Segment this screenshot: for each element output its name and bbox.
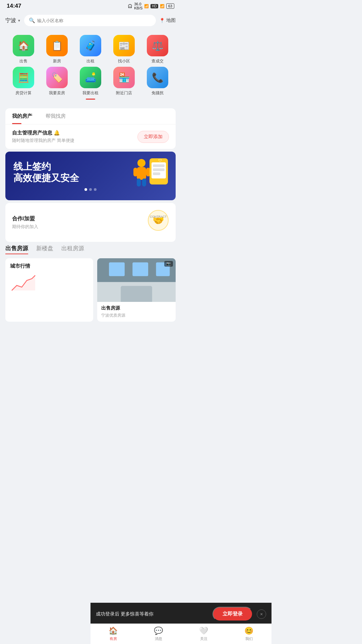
rentout-label: 我要出租 [82,90,99,96]
transaction-label: 查成交 [152,58,164,64]
status-bar: 14:47 🎧 36.0KB/S 📶 HD 📶 63 [0,0,181,12]
hd-badge: HD [150,4,158,8]
house-card-subtitle: 宁波优质房源 [101,313,172,318]
map-label: 地图 [166,17,176,23]
banner-dot-1 [84,188,87,191]
tab-my-property[interactable]: 我的房产 [5,108,39,124]
sale-icon-box: 🏠 [13,35,34,56]
chevron-down-icon: ▼ [17,19,21,22]
market-title: 城市行情 [10,263,88,269]
battery-icon: 63 [166,3,174,9]
icon-row-2: 🧮 房贷计算 🏷️ 我要卖房 🛋️ 我要出租 🏪 附近门店 📞 免骚扰 [7,67,174,96]
icon-item-sale[interactable]: 🏠 出售 [9,35,38,64]
icon-item-transaction[interactable]: ⚖️ 查成交 [143,35,172,64]
house-card-1[interactable]: 📷 出售房源 宁波优质房源 [97,258,176,322]
rent-label: 出租 [86,58,95,64]
banner-dot-2 [89,188,92,191]
coop-subtitle: 期待你的加入 [12,224,38,230]
loan-label: 房贷计算 [15,90,32,96]
market-price [10,272,88,295]
svg-rect-8 [153,164,165,167]
icon-item-rent[interactable]: 🧳 出租 [76,35,105,64]
coop-info: 合作/加盟 期待你的加入 [12,215,38,230]
svg-rect-4 [137,178,141,186]
svg-rect-5 [142,178,146,186]
svg-text:🛡: 🛡 [159,159,162,162]
wifi-icon: 📶 [144,4,149,8]
header: 宁波 ▼ 🔍 📍 地图 [0,12,181,29]
active-dot [86,99,95,100]
add-property-button[interactable]: 立即添加 [137,131,169,143]
nearby-icon-box: 🏪 [113,67,135,88]
page-indicator [7,99,174,100]
nearby-label: 附近门店 [116,90,132,96]
market-card[interactable]: 城市行情 [5,258,93,322]
icon-item-sellhouse[interactable]: 🏷️ 我要卖房 [42,67,72,96]
vr-label: 免骚扰 [152,90,164,96]
icon-item-newhouse[interactable]: 📋 新房 [42,35,72,64]
house-card-content: 出售房源 宁波优质房源 [97,302,176,322]
search-bar[interactable]: 🔍 [24,15,156,26]
sellhouse-label: 我要卖房 [49,90,65,96]
property-info: 自主管理房产信息 🔔 随时随地管理我的房产 简单便捷 [12,130,74,144]
tab-new-buildings[interactable]: 新楼盘 [36,245,53,254]
icon-item-rentout[interactable]: 🛋️ 我要出租 [76,67,105,96]
property-subtitle: 随时随地管理我的房产 简单便捷 [12,138,74,144]
headphone-icon: 🎧 [128,4,132,8]
sellhouse-icon-box: 🏷️ [46,67,68,88]
property-tabs: 我的房产 帮我找房 [5,108,176,124]
loan-icon-box: 🧮 [13,67,34,88]
search-icon: 🔍 [29,17,35,23]
status-icons: 🎧 36.0KB/S 📶 HD 📶 63 [128,2,174,10]
svg-rect-22 [121,286,152,302]
status-time: 14:47 [7,3,21,9]
community-icon-box: 📰 [113,35,135,56]
icon-item-community[interactable]: 📰 找小区 [109,35,139,64]
banner-card[interactable]: 线上签约 高效便捷又安全 🛡 [5,152,176,200]
svg-rect-19 [132,263,148,276]
svg-rect-9 [153,168,165,171]
icon-item-nearby[interactable]: 🏪 附近门店 [109,67,139,96]
house-cards: 城市行情 [5,258,176,322]
svg-rect-18 [109,263,125,276]
icon-item-loan[interactable]: 🧮 房贷计算 [9,67,38,96]
svg-rect-10 [153,172,160,175]
city-name: 宁波 [5,17,16,24]
city-selector[interactable]: 宁波 ▼ [5,17,21,24]
house-tabs: 出售房源 新楼盘 出租房源 [5,245,176,254]
tab-sale-houses[interactable]: 出售房源 [5,245,28,254]
cooperation-card[interactable]: 合作/加盟 期待你的加入 🤝 CONTRACT [5,203,176,242]
rentout-icon-box: 🛋️ [80,67,101,88]
property-title: 自主管理房产信息 🔔 [12,130,74,136]
property-card: 我的房产 帮我找房 自主管理房产信息 🔔 随时随地管理我的房产 简单便捷 立即添… [5,108,176,149]
map-button[interactable]: 📍 地图 [159,17,176,23]
rent-icon-box: 🧳 [80,35,101,56]
vr-icon-box: 📞 [147,67,168,88]
svg-rect-1 [137,167,146,180]
main-content: 🏠 出售 📋 新房 🧳 出租 📰 找小区 ⚖️ 查成交 🧮 [0,29,181,355]
community-label: 找小区 [118,58,130,64]
icon-grid: 🏠 出售 📋 新房 🧳 出租 📰 找小区 ⚖️ 查成交 🧮 [0,32,181,106]
house-tabs-section: 出售房源 新楼盘 出租房源 城市行情 [5,245,176,322]
svg-point-0 [137,159,145,167]
newhouse-label: 新房 [53,58,61,64]
icon-item-vr[interactable]: 📞 免骚扰 [143,67,172,96]
coop-icon: 🤝 CONTRACT [147,210,169,235]
property-content: 自主管理房产信息 🔔 随时随地管理我的房产 简单便捷 立即添加 [5,124,176,149]
coop-title: 合作/加盟 [12,215,38,222]
sale-label: 出售 [19,58,27,64]
house-image-badge: 📷 [164,261,173,267]
search-input[interactable] [37,18,151,23]
svg-rect-2 [133,168,137,176]
banner-dot-3 [94,188,97,191]
house-card-title: 出售房源 [101,305,172,311]
transaction-icon-box: ⚖️ [147,35,168,56]
icon-row-1: 🏠 出售 📋 新房 🧳 出租 📰 找小区 ⚖️ 查成交 [7,35,174,64]
svg-text:CONTRACT: CONTRACT [150,215,167,218]
tab-rent-houses[interactable]: 出租房源 [61,245,84,254]
map-icon: 📍 [159,18,165,23]
tab-find-house[interactable]: 帮我找房 [39,108,72,124]
newhouse-icon-box: 📋 [46,35,68,56]
signal-icon: 📶 [160,4,165,8]
banner-illustration: 🛡 [129,155,169,197]
